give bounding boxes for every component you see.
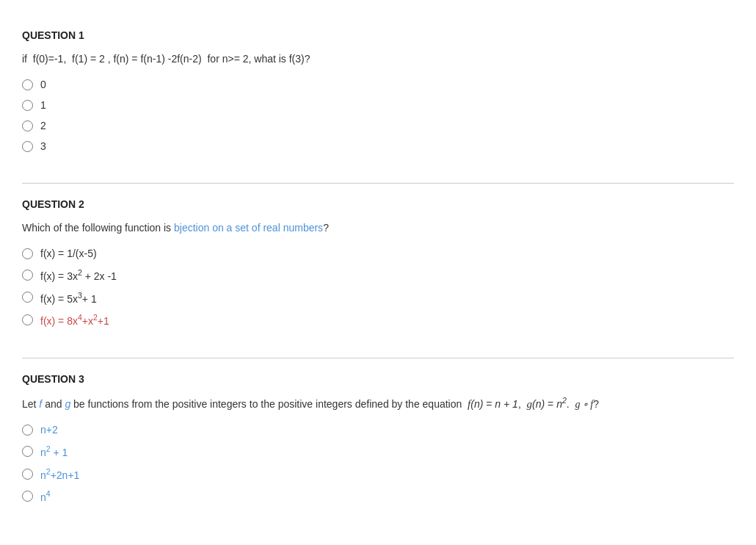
q2-radio-0[interactable] [22,248,33,259]
q3-eq1: n + 1 [492,398,517,410]
q2-option-1: f(x) = 3x2 + 2x -1 [22,268,734,282]
q3-radio-3[interactable] [22,491,33,502]
q1-radio-0[interactable] [22,79,33,90]
q3-f-italic: f [39,398,42,410]
question-3-block: QUESTION 3 Let f and g be functions from… [22,358,734,534]
q2-label-0: f(x) = 1/(x-5) [40,248,97,259]
q2-radio-1[interactable] [22,270,33,281]
q1-title: QUESTION 1 [22,29,734,41]
q2-label-3: f(x) = 8x4+x2+1 [40,313,109,327]
q3-label-1: n2 + 1 [40,444,68,458]
q3-formula-gn: (n) [532,398,545,410]
q3-options: n+2 n2 + 1 n2+2n+1 n4 [22,424,734,503]
q1-radio-3[interactable] [22,141,33,152]
q3-title: QUESTION 3 [22,373,734,385]
q1-label-2: 2 [40,120,46,131]
q3-g-italic: g [65,398,70,410]
q1-radio-2[interactable] [22,120,33,131]
q3-gof: g ∘ f [575,399,593,410]
q2-option-3: f(x) = 8x4+x2+1 [22,313,734,327]
q2-option-0: f(x) = 1/(x-5) [22,248,734,259]
question-1-block: QUESTION 1 if f(0)=-1, f(1) = 2 , f(n) =… [22,15,734,184]
q3-text: Let f and g be functions from the positi… [22,395,734,412]
q3-option-3: n4 [22,489,734,503]
question-2-block: QUESTION 2 Which of the following functi… [22,184,734,358]
q1-option-1: 1 [22,99,734,111]
q2-radio-3[interactable] [22,314,33,325]
q1-text: if f(0)=-1, f(1) = 2 , f(n) = f(n-1) -2f… [22,51,734,67]
q3-eq2: n2 [556,398,567,410]
q3-option-1: n2 + 1 [22,444,734,458]
q3-formula-fn: (n) [470,398,483,410]
q3-option-0: n+2 [22,424,734,436]
page-container: QUESTION 1 if f(0)=-1, f(1) = 2 , f(n) =… [0,0,756,545]
q3-radio-0[interactable] [22,425,33,436]
q2-radio-2[interactable] [22,292,33,303]
q3-label-3: n4 [40,489,51,503]
q2-label-2: f(x) = 5x3+ 1 [40,291,97,305]
q1-label-1: 1 [40,99,46,111]
q2-options: f(x) = 1/(x-5) f(x) = 3x2 + 2x -1 f(x) =… [22,248,734,327]
q3-label-2: n2+2n+1 [40,467,79,481]
q3-radio-2[interactable] [22,469,33,480]
q2-label-1: f(x) = 3x2 + 2x -1 [40,268,117,282]
q2-title: QUESTION 2 [22,198,734,210]
q1-option-0: 0 [22,79,734,90]
q2-highlight: bjection on a set of real numbers [174,222,323,234]
q1-label-0: 0 [40,79,46,90]
q1-option-2: 2 [22,120,734,131]
q2-text: Which of the following function is bject… [22,220,734,236]
q1-option-3: 3 [22,140,734,152]
q2-option-2: f(x) = 5x3+ 1 [22,291,734,305]
q3-radio-1[interactable] [22,446,33,457]
q3-g-formula: g [527,398,533,410]
q1-options: 0 1 2 3 [22,79,734,152]
q3-option-2: n2+2n+1 [22,467,734,481]
q1-label-3: 3 [40,140,46,152]
q3-label-0: n+2 [40,424,58,436]
q1-radio-1[interactable] [22,100,33,111]
